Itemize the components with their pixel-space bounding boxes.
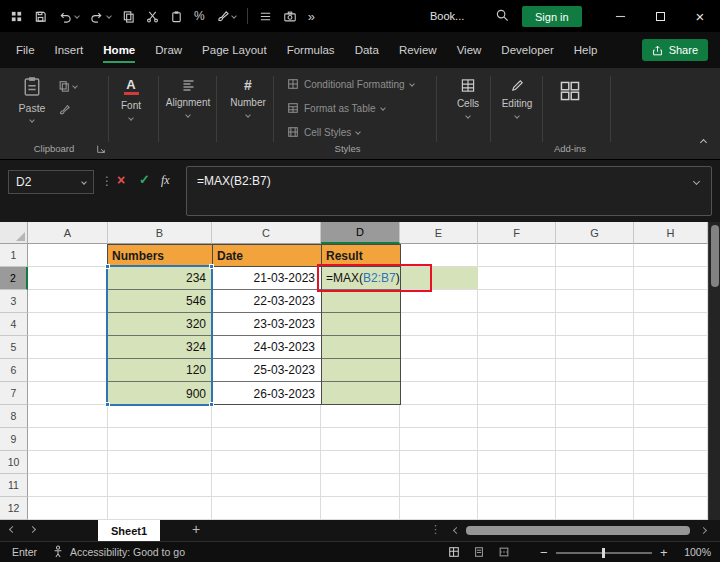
format-as-table-button[interactable]: Format as Table [287,102,385,114]
page-break-view-icon[interactable] [498,546,510,558]
more-commands-icon[interactable]: » [308,10,315,23]
paste-icon[interactable] [170,10,183,23]
paste-dropdown-icon[interactable] [29,117,35,123]
sheet-nav-right-icon[interactable] [29,526,36,533]
minimize-button[interactable] [600,0,640,32]
cell-c6[interactable]: 25-03-2023 [213,359,321,382]
vertical-scrollbar-thumb[interactable] [711,225,719,287]
row-header-11[interactable]: 11 [0,474,28,497]
tab-insert[interactable]: Insert [45,32,94,68]
row-header-4[interactable]: 4 [0,313,28,336]
scroll-right-icon[interactable] [700,527,707,534]
row-header-1[interactable]: 1 [0,244,28,267]
tab-bar-handle-icon[interactable]: ⋮ [430,523,441,536]
vertical-scrollbar[interactable] [708,222,720,520]
cell-b1[interactable]: Numbers [107,244,213,267]
select-all-corner[interactable] [0,222,28,244]
range-handle[interactable] [209,402,214,407]
tab-formulas[interactable]: Formulas [277,32,345,68]
alignment-group-button[interactable]: Alignment [163,78,213,117]
tab-review[interactable]: Review [389,32,447,68]
redo-dropdown-icon[interactable] [106,13,112,19]
cell-c3[interactable]: 22-03-2023 [213,290,321,313]
list-icon[interactable] [259,10,272,23]
collapse-ribbon-icon[interactable] [701,131,706,149]
undo-dropdown-icon[interactable] [74,13,80,19]
col-header-h[interactable]: H [634,222,708,244]
format-painter-icon[interactable] [216,10,236,23]
scroll-left-icon[interactable] [453,527,460,534]
tab-draw[interactable]: Draw [145,32,192,68]
zoom-slider[interactable] [556,552,652,554]
row-header-10[interactable]: 10 [0,451,28,474]
horizontal-scrollbar-thumb[interactable] [466,526,690,535]
ellipsis-vertical-icon[interactable]: ⋮ [101,174,113,188]
row-header-12[interactable]: 12 [0,497,28,520]
paste-button[interactable]: Paste [10,76,54,122]
cell-c5[interactable]: 24-03-2023 [213,336,321,359]
search-icon[interactable] [495,8,510,23]
row-header-6[interactable]: 6 [0,359,28,382]
format-painter-dropdown-icon[interactable] [231,13,237,19]
cell-c7[interactable]: 26-03-2023 [213,382,321,405]
cell-d7[interactable] [322,382,400,405]
normal-view-icon[interactable] [448,546,460,558]
tab-home[interactable]: Home [93,32,145,68]
range-handle[interactable] [105,402,110,407]
tab-developer[interactable]: Developer [491,32,563,68]
insert-function-icon[interactable]: fx [161,173,170,188]
cell-d6[interactable] [322,359,400,382]
row-header-7[interactable]: 7 [0,382,28,405]
col-header-a[interactable]: A [28,222,108,244]
name-box-dropdown-icon[interactable] [81,179,87,185]
camera-icon[interactable] [283,10,297,23]
save-icon[interactable] [34,10,47,23]
tab-help[interactable]: Help [564,32,608,68]
zoom-out-button[interactable]: − [540,545,548,560]
tab-view[interactable]: View [447,32,492,68]
col-header-c[interactable]: C [212,222,321,244]
name-box[interactable]: D2 [8,170,94,194]
cell-c4[interactable]: 23-03-2023 [213,313,321,336]
ribbon-copy-icon[interactable] [58,80,77,92]
add-sheet-button[interactable]: + [192,521,200,537]
sheet-tab-sheet1[interactable]: Sheet1 [98,520,160,541]
expand-formula-bar-icon[interactable] [693,178,700,185]
row-header-2[interactable]: 2 [0,267,28,290]
cell-styles-button[interactable]: Cell Styles [287,126,360,138]
cells-group-button[interactable]: Cells [443,78,493,118]
cell-d4[interactable] [322,313,400,336]
page-layout-view-icon[interactable] [473,546,485,558]
row-header-8[interactable]: 8 [0,405,28,428]
undo-button[interactable] [58,10,79,23]
cell-c1[interactable]: Date [212,244,322,267]
col-header-e[interactable]: E [400,222,478,244]
enter-icon[interactable]: ✓ [139,172,150,187]
font-group-button[interactable]: A Font [106,78,156,120]
cell-d5[interactable] [322,336,400,359]
col-header-d[interactable]: D [321,222,400,244]
col-header-g[interactable]: G [556,222,634,244]
maximize-button[interactable] [640,0,680,32]
range-handle[interactable] [105,264,110,269]
col-header-b[interactable]: B [108,222,212,244]
add-ins-button[interactable] [545,80,595,102]
cell-c2[interactable]: 21-03-2023 [213,267,321,290]
accessibility-button[interactable]: Accessibility: Good to go [52,545,185,558]
row-header-5[interactable]: 5 [0,336,28,359]
number-group-button[interactable]: # Number [223,78,273,117]
horizontal-scrollbar[interactable] [452,525,708,536]
cell-d3[interactable] [322,290,400,313]
percent-icon[interactable]: % [194,10,205,22]
ribbon-format-painter-icon[interactable] [58,104,70,116]
col-header-f[interactable]: F [478,222,556,244]
editing-group-button[interactable]: Editing [492,78,542,118]
formula-input[interactable]: =MAX(B2:B7) [186,166,712,216]
cancel-icon[interactable]: × [117,172,125,188]
zoom-slider-thumb[interactable] [602,548,605,558]
conditional-formatting-button[interactable]: Conditional Formatting [287,78,414,90]
row-header-3[interactable]: 3 [0,290,28,313]
tab-page-layout[interactable]: Page Layout [192,32,277,68]
close-button[interactable]: × [680,0,720,32]
redo-button[interactable] [90,10,111,23]
